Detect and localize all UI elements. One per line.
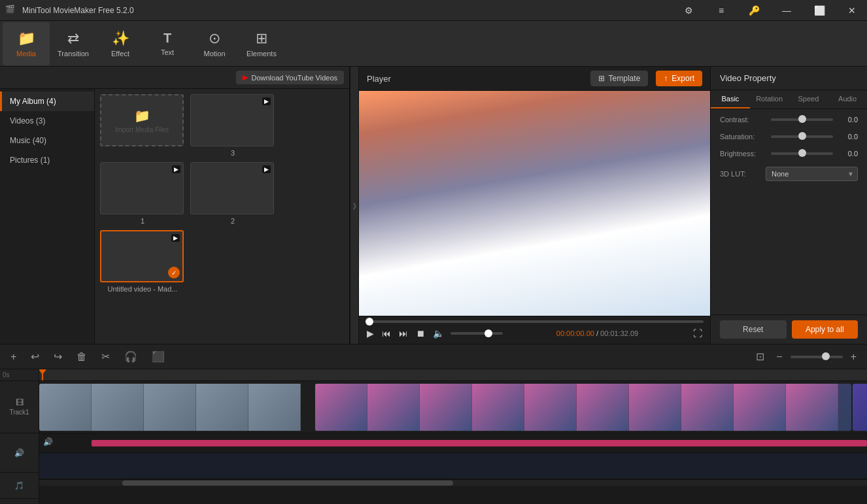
prev-btn[interactable]: ⏮	[381, 327, 392, 340]
toolbar-item-effect[interactable]: ✨ Effect	[97, 22, 144, 65]
sidebar-item-music-label: Music (40)	[10, 136, 46, 145]
selected-badge: ✓	[168, 267, 180, 278]
lut-label: 3D LUT:	[720, 170, 766, 178]
media-label-selected: Untitled video - Mad...	[100, 285, 185, 293]
audio-icon: 🔊	[43, 437, 53, 446]
tab-basic[interactable]: Basic	[711, 90, 750, 109]
tab-speed[interactable]: Speed	[789, 90, 828, 109]
lut-select[interactable]: None Vivid Warm Cool Dramatic	[766, 167, 858, 181]
saturation-slider[interactable]	[771, 135, 833, 138]
reset-btn[interactable]: Reset	[720, 320, 787, 339]
sidebar-item-music[interactable]: Music (40)	[0, 131, 94, 150]
time-total: 00:01:32.09	[600, 329, 638, 337]
clip-thumb-14	[734, 384, 786, 431]
brightness-value: 0.0	[838, 150, 858, 158]
brightness-slider[interactable]	[771, 152, 833, 155]
track-label-header: 0s	[0, 369, 39, 381]
redo-btn[interactable]: ↪	[50, 348, 66, 365]
collapse-handle[interactable]: ❯	[350, 67, 359, 344]
sidebar-item-pictures-label: Pictures (1)	[10, 156, 50, 165]
sidebar-item-my-album[interactable]: My Album (4)	[0, 92, 94, 111]
toolbar-item-text[interactable]: T Text	[144, 22, 191, 65]
export-label: Export	[672, 74, 694, 83]
import-thumb: 📁 Import Media Files	[100, 94, 184, 146]
yt-icon: ▶	[243, 73, 248, 82]
apply-all-btn[interactable]: Apply to all	[792, 320, 858, 339]
video-clip-3[interactable]	[853, 384, 867, 431]
timeline-tracks: 🔊	[39, 369, 867, 504]
cut-btn[interactable]: ✂	[97, 348, 114, 365]
zoom-slider[interactable]	[790, 356, 843, 358]
video-badge-selected: ▶	[171, 234, 180, 242]
stop-btn[interactable]: ⏹	[415, 327, 426, 340]
next-btn[interactable]: ⏭	[398, 327, 409, 340]
restore-btn[interactable]: ⬜	[804, 0, 834, 21]
app-icon: 🎬	[5, 5, 17, 16]
audio-track-row: 🔊	[39, 433, 867, 453]
zoom-in-btn[interactable]: +	[847, 348, 860, 365]
key-btn[interactable]: 🔑	[739, 0, 769, 21]
transition-label: Transition	[58, 50, 89, 58]
yt-download-btn[interactable]: ▶ Download YouTube Videos	[236, 71, 345, 84]
media-item-selected[interactable]: ▶ ✓ Untitled video - Mad...	[100, 230, 185, 293]
sidebar: My Album (4) Videos (3) Music (40) Pictu…	[0, 89, 349, 344]
video-clip-1[interactable]	[39, 384, 314, 431]
zoom-out-btn[interactable]: −	[772, 348, 786, 365]
media-item-3[interactable]: ▶ 3	[190, 94, 275, 157]
sidebar-nav: My Album (4) Videos (3) Music (40) Pictu…	[0, 89, 95, 344]
template-btn[interactable]: ⊞ Template	[590, 71, 649, 86]
volume-btn[interactable]: 🔈	[432, 327, 445, 340]
video-badge-3: ▶	[262, 97, 271, 105]
right-panel: Video Property Basic Rotation Speed Audi…	[710, 67, 867, 344]
add-media-btn[interactable]: +	[7, 348, 20, 365]
prop-actions: Reset Apply to all	[711, 314, 867, 344]
zoom-knob	[822, 352, 830, 360]
player-label: Player	[367, 74, 391, 84]
track1-label: Track1	[9, 409, 29, 416]
video-badge-2: ▶	[262, 165, 271, 173]
settings-btn[interactable]: ⚙	[673, 0, 704, 21]
import-media-item[interactable]: 📁 Import Media Files	[100, 94, 185, 157]
tab-audio[interactable]: Audio	[828, 90, 867, 109]
close-btn[interactable]: ✕	[837, 0, 867, 21]
clip-thumb-1	[39, 384, 92, 431]
undo-btn[interactable]: ↩	[27, 348, 43, 365]
yt-btn-label: Download YouTube Videos	[252, 74, 338, 82]
progress-knob[interactable]	[366, 318, 373, 326]
progress-bar[interactable]	[366, 320, 704, 323]
crop-btn[interactable]: ⬛	[148, 348, 169, 365]
media-item-2[interactable]: ▶ 2	[190, 162, 275, 225]
time-current: 00:00:00.00	[556, 329, 594, 337]
contrast-slider[interactable]	[771, 118, 833, 121]
sidebar-item-videos[interactable]: Videos (3)	[0, 111, 94, 131]
play-btn[interactable]: ▶	[366, 327, 375, 340]
toolbar-item-transition[interactable]: ⇄ Transition	[50, 22, 97, 65]
volume-slider[interactable]	[450, 332, 503, 335]
player-area: Player ⊞ Template ↑ Export ▶ ⏮ ⏭ ⏹ �	[359, 67, 710, 344]
fit-btn[interactable]: ⊡	[752, 348, 768, 365]
menu-btn[interactable]: ≡	[706, 0, 736, 21]
tab-rotation[interactable]: Rotation	[750, 90, 789, 109]
sidebar-item-pictures[interactable]: Pictures (1)	[0, 150, 94, 170]
video-clip-2[interactable]	[315, 384, 851, 431]
sidebar-item-my-album-label: My Album (4)	[10, 97, 56, 106]
transition-icon: ⇄	[67, 30, 79, 47]
toolbar-item-elements[interactable]: ⊞ Elements	[238, 22, 285, 65]
toolbar-item-media[interactable]: 📁 Media	[3, 22, 50, 65]
export-btn[interactable]: ↑ Export	[656, 71, 702, 86]
toolbar-item-motion[interactable]: ⊙ Motion	[191, 22, 238, 65]
zoom-controls: ⊡ − +	[752, 348, 860, 365]
volume-knob	[484, 329, 492, 337]
clip-thumb-4	[196, 384, 248, 431]
media-item-1[interactable]: ▶ 1	[100, 162, 185, 225]
lut-select-wrap[interactable]: None Vivid Warm Cool Dramatic	[766, 167, 858, 181]
controls-row: ▶ ⏮ ⏭ ⏹ 🔈 00:00:00.00 / 00:01:32.09 ⛶	[366, 327, 704, 340]
timeline-scrollbar[interactable]	[39, 479, 867, 486]
minimize-btn[interactable]: —	[772, 0, 802, 21]
playhead[interactable]	[42, 369, 43, 380]
fullscreen-btn[interactable]: ⛶	[692, 327, 704, 340]
sidebar-item-videos-label: Videos (3)	[10, 116, 45, 126]
detach-btn[interactable]: 🎧	[120, 348, 141, 365]
delete-btn[interactable]: 🗑	[73, 348, 91, 365]
brightness-label: Brightness:	[720, 150, 766, 158]
